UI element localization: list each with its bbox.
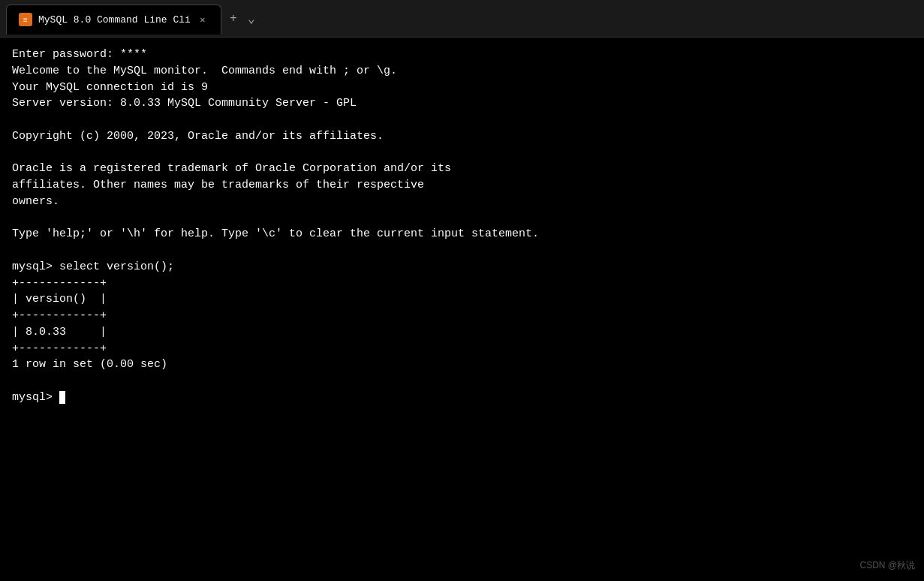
terminal-line: owners. [12,194,912,210]
tab-icon-text: ≡ [23,16,28,24]
dropdown-button[interactable]: ⌄ [242,10,260,28]
watermark: CSDN @秋说 [859,559,915,572]
terminal-line: +------------+ [12,341,912,357]
terminal-line: Oracle is a registered trademark of Orac… [12,161,912,177]
terminal-line: Welcome to the MySQL monitor. Commands e… [12,63,912,80]
terminal-line: 1 row in set (0.00 sec) [12,357,912,373]
terminal-line: Enter password: **** [12,47,912,63]
terminal-line [12,112,912,128]
tab-title: MySQL 8.0 Command Line Cli [38,14,191,26]
terminal-line [12,242,912,259]
terminal-line [12,145,912,161]
tab-icon: ≡ [19,13,32,26]
terminal-line: Type 'help;' or '\h' for help. Type '\c'… [12,226,912,242]
title-bar: ≡ MySQL 8.0 Command Line Cli ✕ + ⌄ [0,0,924,38]
terminal-line: mysql> [12,390,912,406]
terminal-line: Server version: 8.0.33 MySQL Community S… [12,95,912,112]
terminal-line: | version() | [12,291,912,308]
terminal-line: mysql> select version(); [12,259,912,275]
terminal-line: Your MySQL connection id is 9 [12,80,912,96]
terminal-line: | 8.0.33 | [12,324,912,341]
active-tab[interactable]: ≡ MySQL 8.0 Command Line Cli ✕ [6,5,221,35]
terminal-line [12,210,912,227]
close-icon[interactable]: ✕ [197,14,209,26]
tab-area: ≡ MySQL 8.0 Command Line Cli ✕ + ⌄ [6,4,924,34]
terminal-line [12,373,912,390]
terminal-line: Copyright (c) 2000, 2023, Oracle and/or … [12,128,912,145]
new-tab-button[interactable]: + [224,10,242,28]
terminal-line: +------------+ [12,308,912,324]
terminal-body[interactable]: Enter password: ****Welcome to the MySQL… [0,38,924,581]
terminal-line: affiliates. Other names may be trademark… [12,177,912,194]
terminal-line: +------------+ [12,275,912,292]
cursor [59,391,65,404]
